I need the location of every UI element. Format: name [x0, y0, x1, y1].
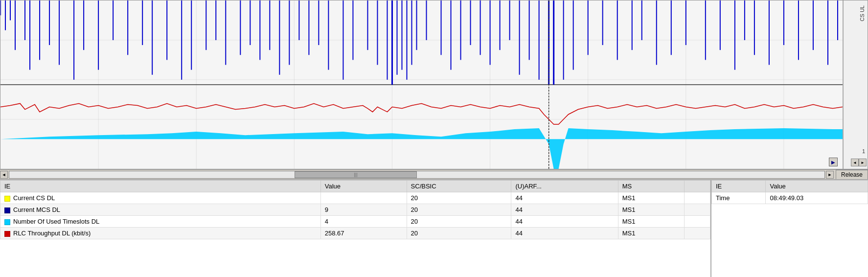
left-uarf-cell: 44: [511, 204, 618, 216]
right-table-header-row: IE Value: [712, 181, 868, 192]
scrollbar-area: ◄ ||| ► Release: [0, 169, 868, 179]
bottom-section: IE Value SC/BSIC (U)ARF... MS Current CS…: [0, 179, 868, 277]
left-value-cell: 9: [320, 204, 407, 216]
right-data-table: IE Value Time08:49:49.03: [711, 180, 868, 204]
left-data-table: IE Value SC/BSIC (U)ARF... MS Current CS…: [0, 180, 710, 239]
left-uarf-cell: 44: [511, 192, 618, 204]
left-col-value: Value: [320, 181, 407, 192]
left-table: IE Value SC/BSIC (U)ARF... MS Current CS…: [0, 180, 711, 277]
chart-area: ▶ CS UL 1 ◄ ►: [0, 0, 868, 169]
scroll-track[interactable]: |||: [9, 171, 825, 179]
left-scbsic-cell: 20: [407, 228, 511, 239]
left-table-row: Current CS DL2044MS1: [0, 192, 710, 204]
chart-canvas: ▶: [0, 0, 843, 169]
legend-color-dot: [4, 196, 10, 202]
right-value-cell: 08:49:49.03: [766, 192, 868, 204]
main-container: ▶ CS UL 1 ◄ ► ◄ ||| ► Release: [0, 0, 868, 277]
left-value-cell: 258.67: [320, 228, 407, 239]
right-table-row: Time08:49:49.03: [712, 192, 868, 204]
left-ie-cell: Current CS DL: [0, 192, 321, 204]
left-col-uarf: (U)ARF...: [511, 181, 618, 192]
left-extra-cell: [685, 216, 710, 228]
left-col-scbsic: SC/BSIC: [407, 181, 511, 192]
legend-color-dot: [4, 219, 10, 225]
chart-main: ▶: [0, 0, 843, 169]
chart-side-value: 1: [862, 148, 865, 154]
chart-side-panel: CS UL 1 ◄ ►: [843, 0, 868, 169]
left-uarf-cell: 44: [511, 216, 618, 228]
left-scbsic-cell: 20: [407, 204, 511, 216]
left-ms-cell: MS1: [618, 204, 685, 216]
left-col-extra: [685, 181, 710, 192]
legend-color-dot: [4, 231, 10, 237]
left-scbsic-cell: 20: [407, 216, 511, 228]
left-value-cell: [320, 192, 407, 204]
left-value-cell: 4: [320, 216, 407, 228]
chart-svg: [0, 0, 843, 169]
left-ms-cell: MS1: [618, 216, 685, 228]
right-ie-cell: Time: [712, 192, 766, 204]
left-ms-cell: MS1: [618, 192, 685, 204]
scroll-right-button[interactable]: ►: [826, 171, 834, 179]
left-table-row: Current MCS DL92044MS1: [0, 204, 710, 216]
scroll-left-button[interactable]: ◄: [0, 171, 8, 179]
left-extra-cell: [685, 204, 710, 216]
right-table: IE Value Time08:49:49.03: [711, 180, 868, 277]
left-col-ms: MS: [618, 181, 685, 192]
left-ie-cell: RLC Throughput DL (kbit/s): [0, 228, 321, 239]
scroll-thumb[interactable]: |||: [295, 171, 417, 178]
left-table-row: Number Of Used Timeslots DL42044MS1: [0, 216, 710, 228]
left-col-ie: IE: [0, 181, 321, 192]
left-ms-cell: MS1: [618, 228, 685, 239]
legend-color-dot: [4, 208, 10, 213]
scroll-grip: |||: [354, 172, 358, 177]
nav-arrow-button[interactable]: ▶: [829, 158, 838, 166]
left-extra-cell: [685, 192, 710, 204]
right-col-ie: IE: [712, 181, 766, 192]
left-table-row: RLC Throughput DL (kbit/s)258.672044MS1: [0, 228, 710, 239]
left-uarf-cell: 44: [511, 228, 618, 239]
chart-side-label: CS UL: [859, 5, 865, 21]
side-arrow-left[interactable]: ◄: [851, 159, 859, 166]
left-ie-cell: Current MCS DL: [0, 204, 321, 216]
left-scbsic-cell: 20: [407, 192, 511, 204]
left-table-header-row: IE Value SC/BSIC (U)ARF... MS: [0, 181, 710, 192]
right-col-value: Value: [766, 181, 868, 192]
release-button[interactable]: Release: [836, 170, 868, 180]
left-extra-cell: [685, 228, 710, 239]
side-arrow-right[interactable]: ►: [859, 159, 867, 166]
side-arrows: ◄ ►: [851, 159, 867, 166]
left-ie-cell: Number Of Used Timeslots DL: [0, 216, 321, 228]
